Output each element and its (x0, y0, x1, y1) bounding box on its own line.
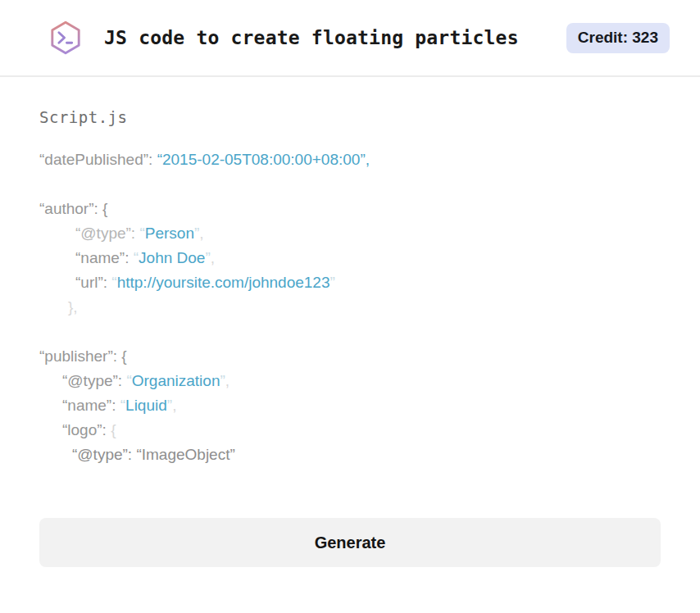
code-line-blank (39, 172, 661, 197)
file-name-label: Script.js (39, 108, 661, 126)
code-token: , (199, 225, 203, 242)
code-token: “@type” (75, 225, 131, 242)
code-token: “datePublished” (39, 151, 148, 168)
app-header: JS code to create floating particles Cre… (0, 0, 700, 77)
code-token: Liquid (125, 397, 167, 414)
code-token: “publisher” (39, 347, 113, 365)
code-line: “@type”: “ImageObject” (39, 443, 661, 467)
code-token: ” (330, 274, 335, 291)
code-token: “2015-02-05T08:00:00+08:00”, (157, 151, 370, 168)
code-token: Person (145, 225, 194, 242)
code-line: }, (39, 295, 661, 320)
code-token: : { (113, 347, 127, 365)
code-token: “logo” (62, 421, 102, 438)
code-line: “author”: { (39, 197, 661, 221)
code-token: “author” (39, 200, 94, 217)
code-token: Organization (132, 372, 220, 389)
code-token: “@type”: “ImageObject” (72, 446, 235, 463)
main-content: Script.js “datePublished”: “2015-02-05T0… (0, 108, 700, 567)
code-line: “name”: “John Doe”, (39, 246, 661, 270)
code-token: “url” (75, 274, 103, 291)
credit-badge: Credit: 323 (566, 23, 670, 53)
code-token: : (148, 151, 157, 168)
code-token: , (172, 397, 176, 414)
code-token: : (102, 421, 111, 438)
code-token: “name” (62, 397, 111, 414)
code-token: : { (94, 200, 108, 217)
code-token: }, (68, 298, 78, 316)
code-line: “publisher”: { (39, 344, 661, 369)
code-token: John Doe (139, 249, 205, 266)
page-title: JS code to create floating particles (104, 27, 519, 48)
code-line: “@type”: “Person”, (39, 221, 661, 246)
code-token: : (125, 249, 134, 266)
code-token: : (131, 225, 140, 242)
code-block: “datePublished”: “2015-02-05T08:00:00+08… (39, 148, 661, 467)
code-token: , (225, 372, 230, 389)
terminal-prompt-hexagon-icon (47, 19, 84, 57)
code-line: “name”: “Liquid”, (39, 393, 661, 418)
code-line: “logo”: { (39, 418, 661, 443)
code-line: “@type”: “Organization”, (39, 369, 661, 393)
code-line: “datePublished”: “2015-02-05T08:00:00+08… (39, 148, 661, 172)
code-token: : (118, 372, 127, 389)
code-token: “name” (75, 249, 125, 266)
code-token: , (211, 249, 215, 266)
code-line-blank (39, 320, 661, 344)
code-token: { (111, 421, 116, 438)
generate-button[interactable]: Generate (39, 518, 661, 567)
code-token: : (111, 397, 120, 414)
code-line: “url”: “http://yoursite.com/johndoe123” (39, 270, 661, 295)
code-token: “@type” (62, 372, 118, 389)
code-token: http://yoursite.com/johndoe123 (117, 274, 330, 291)
code-token: : (103, 274, 112, 291)
